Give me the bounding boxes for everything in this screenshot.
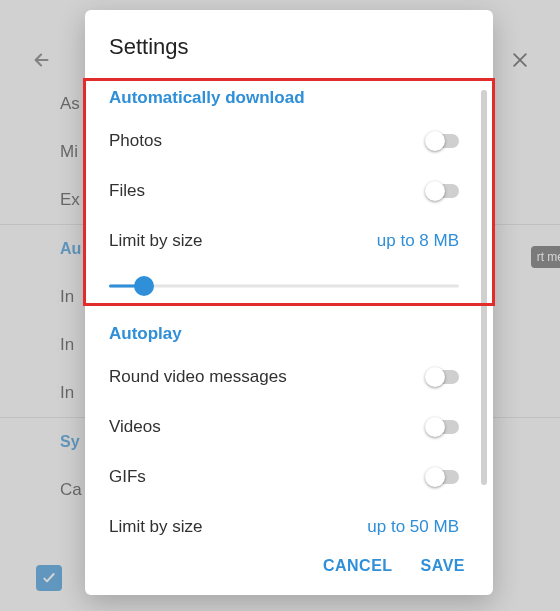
item-label: Limit by size <box>109 231 203 251</box>
limit-value: up to 50 MB <box>367 517 459 537</box>
toggle-photos[interactable] <box>427 134 459 148</box>
toggle-videos[interactable] <box>427 420 459 434</box>
item-gifs[interactable]: GIFs <box>109 452 459 502</box>
dialog-actions: CANCEL SAVE <box>85 541 493 595</box>
save-button[interactable]: SAVE <box>421 557 465 575</box>
limit-value: up to 8 MB <box>377 231 459 251</box>
item-videos[interactable]: Videos <box>109 402 459 452</box>
dialog-content: Automatically download Photos Files Limi… <box>85 74 493 541</box>
dialog-title: Settings <box>85 10 493 74</box>
item-label: Videos <box>109 417 161 437</box>
toggle-files[interactable] <box>427 184 459 198</box>
toggle-round-video[interactable] <box>427 370 459 384</box>
item-label: Round video messages <box>109 367 287 387</box>
cancel-button[interactable]: CANCEL <box>323 557 393 575</box>
item-files[interactable]: Files <box>109 166 459 216</box>
item-photos[interactable]: Photos <box>109 116 459 166</box>
settings-dialog: Settings Automatically download Photos F… <box>85 10 493 595</box>
item-limit-autoplay: Limit by size up to 50 MB <box>109 502 459 541</box>
item-limit-download: Limit by size up to 8 MB <box>109 216 459 266</box>
item-label: GIFs <box>109 467 146 487</box>
slider-download-limit[interactable] <box>109 276 459 296</box>
item-label: Photos <box>109 131 162 151</box>
item-label: Limit by size <box>109 517 203 537</box>
item-round-video[interactable]: Round video messages <box>109 352 459 402</box>
item-label: Files <box>109 181 145 201</box>
toggle-gifs[interactable] <box>427 470 459 484</box>
scrollbar[interactable] <box>481 90 487 485</box>
section-title-auto-download: Automatically download <box>109 74 459 116</box>
section-title-autoplay: Autoplay <box>109 310 459 352</box>
